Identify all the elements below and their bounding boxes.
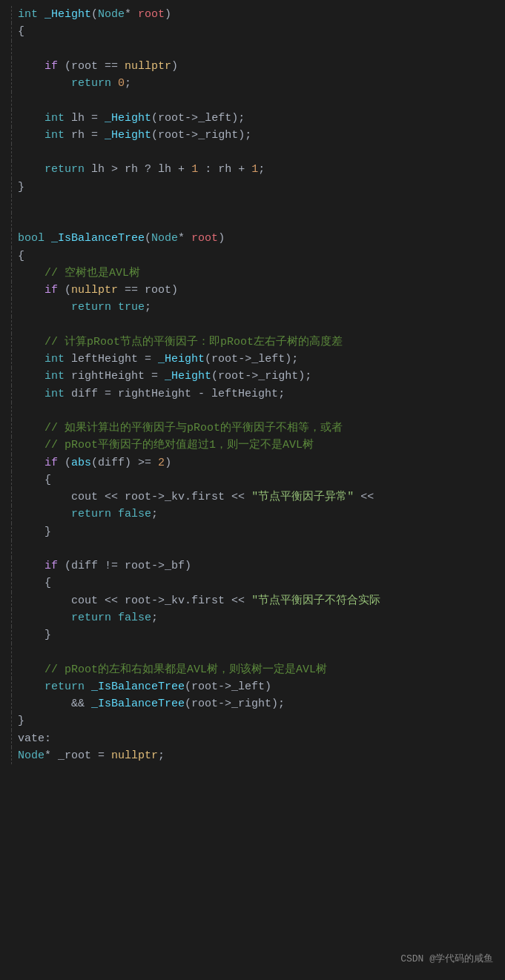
token: _right); xyxy=(231,698,285,710)
line-content xyxy=(18,540,499,557)
line-gutter xyxy=(4,230,12,247)
line-content: int lh = _Height(root->_left); xyxy=(18,110,499,127)
token: // 空树也是AVL树 xyxy=(44,267,140,279)
token: (root xyxy=(185,681,218,693)
token: ) xyxy=(165,8,171,21)
line-gutter xyxy=(4,385,12,403)
token: "节点平衡因子异常" xyxy=(251,491,354,503)
code-line: { xyxy=(0,248,505,265)
token: true xyxy=(118,301,145,314)
token: ? xyxy=(145,163,151,176)
token: = xyxy=(145,353,151,365)
line-content: cout << root->_kv.first << "节点平衡因子不符合实际 xyxy=(18,592,499,609)
token: _root xyxy=(51,749,98,762)
token xyxy=(245,595,251,607)
token: cout xyxy=(71,595,105,607)
line-content: int rh = _Height(root->_right); xyxy=(18,127,499,144)
token: { xyxy=(18,250,24,262)
code-line: int lh = _Height(root->_left); xyxy=(0,110,505,127)
code-line xyxy=(0,317,505,334)
token xyxy=(98,112,105,125)
token: -> xyxy=(151,595,165,607)
code-line xyxy=(0,643,505,660)
token: = xyxy=(91,112,98,125)
token: lh xyxy=(85,163,111,176)
token: int xyxy=(44,129,65,142)
token: "节点平衡因子不符合实际 xyxy=(251,595,380,607)
line-gutter xyxy=(4,179,12,196)
token xyxy=(111,508,118,520)
line-content: return false; xyxy=(18,506,499,523)
line-content: if (abs(diff) >= 2) xyxy=(18,454,499,471)
code-line xyxy=(0,41,505,58)
token: } xyxy=(44,526,51,538)
token: >= xyxy=(138,457,151,469)
token: cout xyxy=(71,491,105,503)
token: -> xyxy=(245,370,258,383)
line-gutter xyxy=(4,471,12,489)
line-gutter xyxy=(4,557,12,575)
token: abs xyxy=(71,457,91,469)
token: _Height xyxy=(165,370,211,383)
token: return xyxy=(44,163,85,176)
token: + xyxy=(238,163,245,176)
token: 1 xyxy=(191,163,198,176)
token xyxy=(111,612,118,624)
token: = xyxy=(151,370,158,383)
line-gutter xyxy=(4,506,12,523)
code-line: // 如果计算出的平衡因子与pRoot的平衡因子不相等，或者 xyxy=(0,420,505,437)
line-gutter xyxy=(4,41,12,58)
token: -> xyxy=(218,698,231,710)
token: // pRoot的左和右如果都是AVL树，则该树一定是AVL树 xyxy=(44,663,327,676)
token: root xyxy=(118,491,151,503)
line-gutter xyxy=(4,351,12,368)
line-content: if (diff != root->_bf) xyxy=(18,557,499,575)
token: { xyxy=(18,25,24,38)
token: } xyxy=(18,715,24,727)
token: { xyxy=(44,577,51,589)
line-gutter xyxy=(4,643,12,660)
line-gutter xyxy=(4,523,12,540)
line-content: } xyxy=(18,626,499,643)
token: // 如果计算出的平衡因子与pRoot的平衡因子不相等，或者 xyxy=(44,422,343,434)
token: + xyxy=(178,163,185,176)
token xyxy=(245,163,251,176)
token: _right); xyxy=(258,370,311,383)
line-content: { xyxy=(18,575,499,592)
footer-attribution: CSDN @学代码的咸鱼 xyxy=(400,952,493,967)
token xyxy=(198,163,205,176)
line-gutter xyxy=(4,282,12,299)
line-gutter xyxy=(4,420,12,437)
token: = xyxy=(98,749,105,762)
line-gutter xyxy=(4,213,12,230)
code-line: return false; xyxy=(0,506,505,523)
line-content: { xyxy=(18,248,499,265)
code-line: return lh > rh ? lh + 1 : rh + 1; xyxy=(0,161,505,178)
token: (root xyxy=(205,353,238,365)
line-gutter xyxy=(4,695,12,712)
line-content: return _IsBalanceTree(root->_left) xyxy=(18,678,499,695)
line-gutter xyxy=(4,575,12,592)
token: = xyxy=(105,388,111,400)
token: Node xyxy=(151,232,178,245)
line-gutter xyxy=(4,368,12,385)
token: (root xyxy=(211,370,245,383)
token: ; xyxy=(258,163,265,176)
token: -> xyxy=(185,129,198,142)
token: (root xyxy=(151,112,185,125)
token: _left); xyxy=(198,112,245,125)
line-gutter xyxy=(4,92,12,109)
line-content: bool _IsBalanceTree(Node* root) xyxy=(18,230,499,247)
token: ; xyxy=(151,508,158,520)
token: ) xyxy=(218,232,225,245)
code-line xyxy=(0,196,505,213)
line-content: // 如果计算出的平衡因子与pRoot的平衡因子不相等，或者 xyxy=(18,420,499,437)
line-content: if (nullptr == root) xyxy=(18,282,499,299)
line-content: Node* _root = nullptr; xyxy=(18,747,499,764)
code-line xyxy=(0,144,505,161)
code-line: vate: xyxy=(0,730,505,747)
token: : xyxy=(205,163,211,176)
code-line: } xyxy=(0,523,505,540)
line-gutter xyxy=(4,437,12,454)
token: == xyxy=(125,284,138,297)
